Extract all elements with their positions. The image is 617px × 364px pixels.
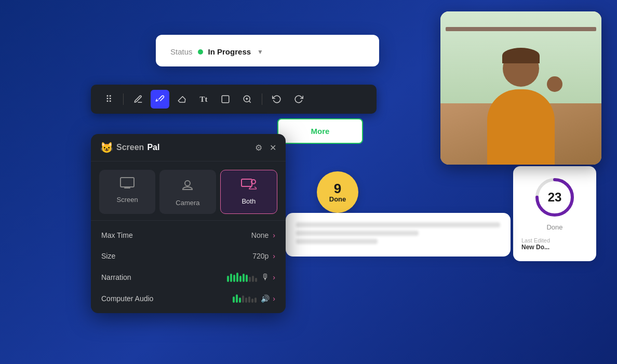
bar-2 — [230, 274, 232, 282]
logo-screen: Screen — [116, 143, 144, 152]
max-time-label: Max Time — [101, 231, 251, 239]
kanban-card — [286, 213, 511, 257]
both-mode-label: Both — [242, 197, 256, 205]
panel-logo: 😺 ScreenPal — [100, 141, 159, 154]
toolbar: ⠿ Tt — [91, 85, 377, 114]
person-head — [503, 50, 539, 87]
both-mode-icon — [241, 178, 257, 193]
svg-rect-7 — [242, 179, 252, 186]
svg-rect-5 — [120, 178, 134, 187]
narration-label: Narration — [101, 273, 227, 281]
bar-1 — [227, 276, 229, 282]
camera-mode-label: Camera — [176, 199, 199, 207]
size-label: Size — [101, 252, 252, 260]
screenpal-logo-icon: 😺 — [100, 141, 113, 154]
ca-bar-5 — [245, 298, 247, 303]
bar-10 — [255, 278, 257, 282]
audio-chevron-icon[interactable]: › — [273, 294, 275, 303]
person-hand — [547, 76, 562, 92]
ca-bar-6 — [248, 296, 250, 303]
screenpal-panel: 😺 ScreenPal ⚙ ✕ Screen Camera — [91, 134, 286, 313]
gear-icon[interactable]: ⚙ — [255, 143, 262, 153]
eraser-icon[interactable] — [172, 90, 191, 109]
blur-title — [296, 222, 500, 227]
video-card — [440, 11, 601, 165]
speaker-icon: 🔊 — [261, 294, 270, 303]
mic-icon: 🎙 — [261, 273, 270, 282]
max-time-value: None — [251, 231, 269, 239]
ring-last-edited: Last Edited New Do... — [521, 237, 588, 251]
mode-both-button[interactable]: Both — [220, 170, 277, 214]
bar-8 — [249, 277, 251, 282]
ca-bar-1 — [233, 296, 235, 303]
ca-bar-2 — [236, 294, 238, 303]
text-icon[interactable]: Tt — [194, 90, 213, 109]
last-edited-label: Last Edited — [521, 237, 550, 244]
pen-icon[interactable] — [129, 90, 147, 109]
close-icon[interactable]: ✕ — [270, 143, 276, 153]
bar-7 — [246, 275, 248, 282]
ring-wrapper: 23 — [534, 177, 575, 218]
narration-row: Narration 🎙 › — [91, 266, 286, 288]
svg-point-6 — [185, 181, 190, 186]
room-shelf — [446, 27, 596, 31]
done-badge-label: Done — [329, 195, 346, 203]
toolbar-divider-2 — [262, 93, 262, 105]
grip-icon[interactable]: ⠿ — [99, 90, 118, 109]
mode-screen-button[interactable]: Screen — [99, 170, 155, 214]
brush-icon[interactable] — [151, 90, 169, 109]
screen-mode-icon — [120, 177, 135, 192]
bar-3 — [233, 275, 235, 282]
ring-done-label: Done — [521, 223, 588, 231]
zoom-icon[interactable] — [238, 90, 257, 109]
settings-section: Max Time None › Size 720p › Narration — [91, 220, 286, 313]
done-number: 9 — [334, 182, 341, 195]
status-card: Status In Progress ▼ — [156, 35, 379, 66]
bar-5 — [239, 276, 242, 282]
more-button[interactable]: More — [277, 118, 363, 144]
bar-4 — [236, 273, 238, 282]
person-hair — [502, 48, 540, 63]
progress-ring-card: 23 Done Last Edited New Do... — [513, 166, 596, 261]
mode-row: Screen Camera Both — [91, 161, 286, 220]
computer-audio-bars — [233, 294, 257, 303]
person-body — [487, 89, 555, 165]
panel-header-actions: ⚙ ✕ — [255, 143, 276, 153]
redo-icon[interactable] — [289, 90, 308, 109]
toolbar-divider — [123, 93, 124, 105]
computer-audio-label: Computer Audio — [101, 294, 233, 303]
status-value: In Progress — [208, 47, 251, 56]
undo-icon[interactable] — [267, 90, 286, 109]
svg-line-2 — [249, 101, 250, 102]
status-chevron-icon[interactable]: ▼ — [257, 48, 263, 56]
bar-6 — [243, 274, 245, 282]
ca-bar-3 — [239, 298, 241, 303]
camera-mode-icon — [180, 177, 195, 195]
ca-bar-7 — [251, 299, 253, 303]
video-background — [440, 11, 601, 165]
ring-container: 23 — [521, 177, 588, 218]
mode-camera-button[interactable]: Camera — [159, 170, 216, 214]
narration-bars — [227, 273, 257, 282]
blur-tag — [296, 239, 378, 244]
status-dot — [198, 49, 203, 55]
status-label: Status — [170, 47, 193, 56]
size-chevron-icon[interactable]: › — [273, 252, 275, 260]
max-time-row: Max Time None › — [91, 225, 286, 246]
size-value: 720p — [252, 252, 269, 260]
ca-bar-8 — [254, 298, 257, 303]
rectangle-icon[interactable] — [216, 90, 235, 109]
project-name: New Do... — [521, 244, 549, 251]
kanban-area: 9 Done 23 Done Last Edited New Do... — [286, 166, 601, 348]
bar-9 — [252, 276, 254, 282]
ca-bar-4 — [242, 295, 244, 303]
done-badge: 9 Done — [317, 171, 358, 213]
computer-audio-row: Computer Audio 🔊 › — [91, 288, 286, 309]
more-area: More — [277, 118, 363, 144]
size-row: Size 720p › — [91, 246, 286, 266]
panel-header: 😺 ScreenPal ⚙ ✕ — [91, 134, 286, 161]
narration-chevron-icon[interactable]: › — [273, 273, 275, 281]
blur-sub — [296, 231, 419, 236]
max-time-chevron-icon[interactable]: › — [273, 231, 275, 239]
ring-number: 23 — [548, 190, 562, 205]
